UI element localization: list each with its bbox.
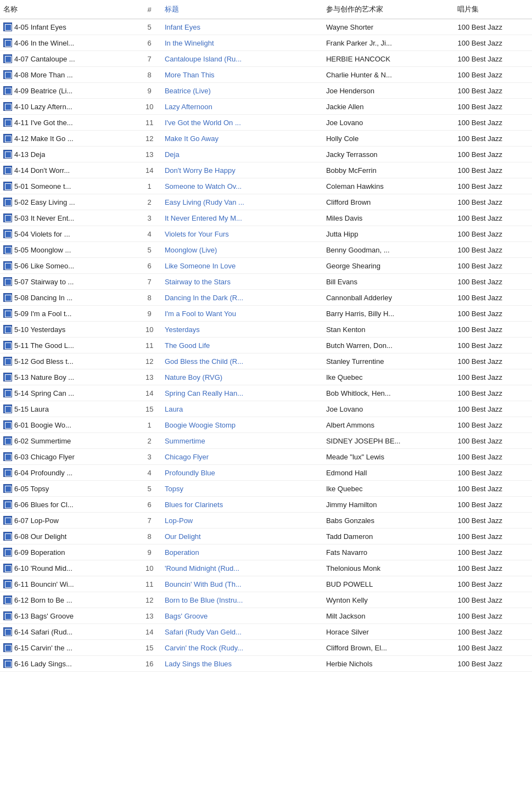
table-row[interactable]: 5-06 Like Someo...6Like Someone In LoveG… <box>0 258 532 274</box>
table-row[interactable]: 6-09 Boperation9BoperationFats Navarro10… <box>0 544 532 560</box>
cell-title[interactable]: Make It Go Away <box>161 131 323 147</box>
cell-title[interactable]: Nature Boy (RVG) <box>161 369 323 385</box>
header-name[interactable]: 名称 <box>0 0 137 19</box>
cell-title[interactable]: Lop-Pow <box>161 513 323 529</box>
table-row[interactable]: 6-16 Lady Sings...16Lady Sings the Blues… <box>0 656 532 672</box>
table-row[interactable]: 6-10 'Round Mid...10'Round Midnight (Rud… <box>0 560 532 576</box>
table-row[interactable]: 5-01 Someone t...1Someone to Watch Ov...… <box>0 178 532 194</box>
name-text: 5-13 Nature Boy ... <box>14 373 74 381</box>
header-artist[interactable]: 参与创作的艺术家 <box>323 0 455 19</box>
table-row[interactable]: 6-07 Lop-Pow7Lop-PowBabs Gonzales100 Bes… <box>0 513 532 529</box>
table-row[interactable]: 6-01 Boogie Wo...1Boogie Woogie StompAlb… <box>0 417 532 433</box>
cell-title[interactable]: Beatrice (Live) <box>161 83 323 99</box>
cell-title[interactable]: Born to Be Blue (Instru... <box>161 592 323 608</box>
cell-artist: Frank Parker Jr., Ji... <box>323 35 455 51</box>
cell-title[interactable]: It Never Entered My M... <box>161 210 323 226</box>
cell-title[interactable]: Cantaloupe Island (Ru... <box>161 51 323 67</box>
cell-title[interactable]: Infant Eyes <box>161 19 323 35</box>
table-row[interactable]: 5-14 Spring Can ...14Spring Can Really H… <box>0 385 532 401</box>
table-row[interactable]: 4-05 Infant Eyes5Infant EyesWayne Shorte… <box>0 19 532 35</box>
cell-title[interactable]: Lazy Afternoon <box>161 99 323 115</box>
cell-title[interactable]: Laura <box>161 401 323 417</box>
track-icon <box>3 86 12 95</box>
table-row[interactable]: 4-06 In the Winel...6In the WinelightFra… <box>0 35 532 51</box>
cell-title[interactable]: Bags' Groove <box>161 608 323 624</box>
cell-title[interactable]: Easy Living (Rudy Van ... <box>161 194 323 210</box>
table-row[interactable]: 6-11 Bouncin' Wi...11Bouncin' With Bud (… <box>0 576 532 592</box>
cell-album: 100 Best Jazz <box>454 178 532 194</box>
table-row[interactable]: 6-13 Bags' Groove13Bags' GrooveMilt Jack… <box>0 608 532 624</box>
cell-title[interactable]: 'Round Midnight (Rud... <box>161 560 323 576</box>
cell-num: 4 <box>137 226 161 242</box>
table-row[interactable]: 6-15 Carvin' the ...15Carvin' the Rock (… <box>0 640 532 656</box>
cell-title[interactable]: Profoundly Blue <box>161 465 323 481</box>
cell-title[interactable]: Topsy <box>161 481 323 497</box>
cell-title[interactable]: Boperation <box>161 544 323 560</box>
cell-title[interactable]: Lady Sings the Blues <box>161 656 323 672</box>
header-album[interactable]: 唱片集 <box>454 0 532 19</box>
cell-title[interactable]: Blues for Clarinets <box>161 497 323 513</box>
cell-title[interactable]: Dancing In the Dark (R... <box>161 290 323 306</box>
cell-num: 9 <box>137 83 161 99</box>
cell-title[interactable]: God Bless the Child (R... <box>161 353 323 369</box>
track-icon <box>3 261 12 270</box>
table-row[interactable]: 4-08 More Than ...8More Than ThisCharlie… <box>0 67 532 83</box>
table-row[interactable]: 5-09 I'm a Fool t...9I'm a Fool to Want … <box>0 306 532 322</box>
cell-title[interactable]: The Good Life <box>161 338 323 353</box>
cell-title[interactable]: Chicago Flyer <box>161 449 323 465</box>
table-row[interactable]: 6-08 Our Delight8Our DelightTadd Dameron… <box>0 529 532 544</box>
track-icon <box>3 70 12 79</box>
cell-title[interactable]: Our Delight <box>161 529 323 544</box>
cell-title[interactable]: Boogie Woogie Stomp <box>161 417 323 433</box>
cell-title[interactable]: Bouncin' With Bud (Th... <box>161 576 323 592</box>
table-row[interactable]: 5-05 Moonglow ...5Moonglow (Live)Benny G… <box>0 242 532 258</box>
table-row[interactable]: 5-02 Easy Living ...2Easy Living (Rudy V… <box>0 194 532 210</box>
table-row[interactable]: 4-14 Don't Worr...14Don't Worry Be Happy… <box>0 162 532 178</box>
cell-title[interactable]: Spring Can Really Han... <box>161 385 323 401</box>
table-row[interactable]: 5-03 It Never Ent...3It Never Entered My… <box>0 210 532 226</box>
table-row[interactable]: 5-13 Nature Boy ...13Nature Boy (RVG)Ike… <box>0 369 532 385</box>
cell-title[interactable]: Safari (Rudy Van Geld... <box>161 624 323 640</box>
cell-title[interactable]: Yesterdays <box>161 322 323 338</box>
table-row[interactable]: 6-04 Profoundly ...4Profoundly BlueEdmon… <box>0 465 532 481</box>
cell-name: 4-05 Infant Eyes <box>0 19 137 35</box>
table-row[interactable]: 6-02 Summertime2SummertimeSIDNEY JOSEPH … <box>0 433 532 449</box>
table-row[interactable]: 4-12 Make It Go ...12Make It Go AwayHoll… <box>0 131 532 147</box>
table-row[interactable]: 5-08 Dancing In ...8Dancing In the Dark … <box>0 290 532 306</box>
cell-title[interactable]: I've Got the World On ... <box>161 115 323 131</box>
cell-title[interactable]: More Than This <box>161 67 323 83</box>
cell-title[interactable]: Deja <box>161 147 323 162</box>
table-row[interactable]: 4-10 Lazy Aftern...10Lazy AfternoonJacki… <box>0 99 532 115</box>
table-row[interactable]: 4-09 Beatrice (Li...9Beatrice (Live)Joe … <box>0 83 532 99</box>
cell-title[interactable]: Summertime <box>161 433 323 449</box>
table-row[interactable]: 5-11 The Good L...11The Good LifeButch W… <box>0 338 532 353</box>
header-num[interactable]: # <box>137 0 161 19</box>
table-row[interactable]: 6-05 Topsy5TopsyIke Quebec100 Best Jazz <box>0 481 532 497</box>
track-icon <box>3 166 12 175</box>
cell-title[interactable]: Moonglow (Live) <box>161 242 323 258</box>
cell-title[interactable]: In the Winelight <box>161 35 323 51</box>
table-row[interactable]: 5-15 Laura15LauraJoe Lovano100 Best Jazz <box>0 401 532 417</box>
cell-title[interactable]: Violets for Your Furs <box>161 226 323 242</box>
table-row[interactable]: 4-07 Cantaloupe ...7Cantaloupe Island (R… <box>0 51 532 67</box>
header-title[interactable]: 标题 <box>161 0 323 19</box>
table-row[interactable]: 4-11 I've Got the...11I've Got the World… <box>0 115 532 131</box>
cell-artist: Wayne Shorter <box>323 19 455 35</box>
table-row[interactable]: 6-03 Chicago Flyer3Chicago FlyerMeade "l… <box>0 449 532 465</box>
cell-title[interactable]: Carvin' the Rock (Rudy... <box>161 640 323 656</box>
cell-title[interactable]: Don't Worry Be Happy <box>161 162 323 178</box>
table-row[interactable]: 6-06 Blues for Cl...6Blues for Clarinets… <box>0 497 532 513</box>
table-row[interactable]: 5-10 Yesterdays10YesterdaysStan Kenton10… <box>0 322 532 338</box>
table-row[interactable]: 6-12 Born to Be ...12Born to Be Blue (In… <box>0 592 532 608</box>
table-row[interactable]: 5-07 Stairway to ...7Stairway to the Sta… <box>0 274 532 290</box>
name-text: 4-11 I've Got the... <box>14 119 73 127</box>
table-row[interactable]: 6-14 Safari (Rud...14Safari (Rudy Van Ge… <box>0 624 532 640</box>
cell-title[interactable]: I'm a Fool to Want You <box>161 306 323 322</box>
name-text: 6-14 Safari (Rud... <box>14 628 72 636</box>
table-row[interactable]: 5-12 God Bless t...12God Bless the Child… <box>0 353 532 369</box>
cell-title[interactable]: Someone to Watch Ov... <box>161 178 323 194</box>
cell-title[interactable]: Like Someone In Love <box>161 258 323 274</box>
table-row[interactable]: 5-04 Violets for ...4Violets for Your Fu… <box>0 226 532 242</box>
table-row[interactable]: 4-13 Deja13DejaJacky Terrasson100 Best J… <box>0 147 532 162</box>
cell-title[interactable]: Stairway to the Stars <box>161 274 323 290</box>
